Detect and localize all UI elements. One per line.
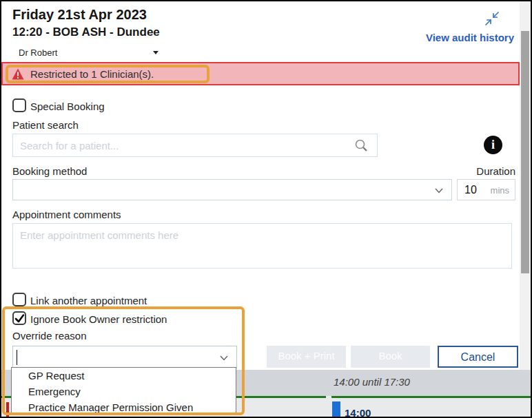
dropdown-triangle-icon [153, 51, 158, 54]
appointment-comments-textarea[interactable] [12, 223, 512, 269]
restriction-warning-banner: Restricted to 1 Clinician(s). [1, 62, 520, 85]
appointment-comments-field [12, 223, 512, 269]
text-cursor [17, 350, 17, 365]
patient-search-label: Patient search [12, 119, 79, 131]
scrollbar-thumb[interactable] [521, 31, 529, 273]
booking-method-select[interactable] [12, 179, 452, 200]
dialog-time-patient-title: 12:20 - BOB ASH - Dundee [12, 25, 160, 39]
view-audit-history-link[interactable]: View audit history [426, 32, 514, 43]
patient-search-field [12, 134, 378, 157]
link-appointment-label: Link another appointment [30, 295, 147, 306]
duration-value: 10 [464, 184, 477, 196]
duration-unit: mins [491, 185, 509, 196]
booking-dialog-screen: 14:00 until 17:30 14:00 Friday 21st Apr … [0, 0, 532, 418]
duration-label: Duration [456, 165, 515, 177]
clinician-select[interactable]: Dr Robert [12, 45, 165, 61]
override-reason-dropdown-list: GP Request Emergency Practice Manager Pe… [11, 367, 236, 415]
dropdown-option-emergency[interactable]: Emergency [12, 384, 236, 399]
timeline-red-marker [6, 402, 9, 417]
ignore-restriction-checkbox[interactable] [12, 311, 26, 325]
special-booking-label: Special Booking [30, 101, 105, 112]
search-icon[interactable] [354, 138, 368, 152]
chevron-down-icon [220, 355, 228, 361]
duration-field[interactable]: 10 mins [457, 179, 515, 200]
dialog-scrollbar[interactable] [520, 1, 531, 370]
clinician-select-value: Dr Robert [19, 48, 57, 58]
checkmark-icon [14, 313, 25, 324]
info-icon[interactable]: i [484, 136, 502, 154]
dropdown-option-practice-manager[interactable]: Practice Manager Permission Given [12, 399, 236, 415]
session-time-range: 14:00 until 17:30 [334, 376, 410, 388]
dialog-date-title: Friday 21st Apr 2023 [12, 7, 147, 23]
chevron-down-icon [435, 188, 443, 194]
slot-time-label: 14:00 [345, 407, 371, 418]
timeline-slot-marker [332, 401, 340, 417]
appointment-comments-label: Appointment comments [12, 209, 121, 220]
dropdown-option-gp-request[interactable]: GP Request [12, 368, 236, 384]
link-appointment-checkbox[interactable] [12, 293, 26, 306]
collapse-icon[interactable] [484, 10, 500, 27]
warning-triangle-icon [12, 68, 24, 80]
ignore-restriction-label: Ignore Book Owner restriction [30, 313, 167, 325]
book-button[interactable]: Book [351, 346, 430, 368]
restriction-warning-text: Restricted to 1 Clinician(s). [30, 68, 154, 80]
timeline-rule-right [331, 396, 531, 398]
booking-dialog: Friday 21st Apr 2023 12:20 - BOB ASH - D… [1, 1, 520, 370]
special-booking-checkbox[interactable] [12, 98, 26, 112]
book-print-button[interactable]: Book + Print [267, 346, 346, 368]
cancel-button[interactable]: Cancel [438, 346, 518, 368]
override-reason-label: Override reason [12, 330, 87, 342]
override-reason-combobox[interactable] [12, 346, 237, 368]
patient-search-input[interactable] [12, 134, 378, 157]
booking-method-label: Booking method [12, 165, 87, 177]
